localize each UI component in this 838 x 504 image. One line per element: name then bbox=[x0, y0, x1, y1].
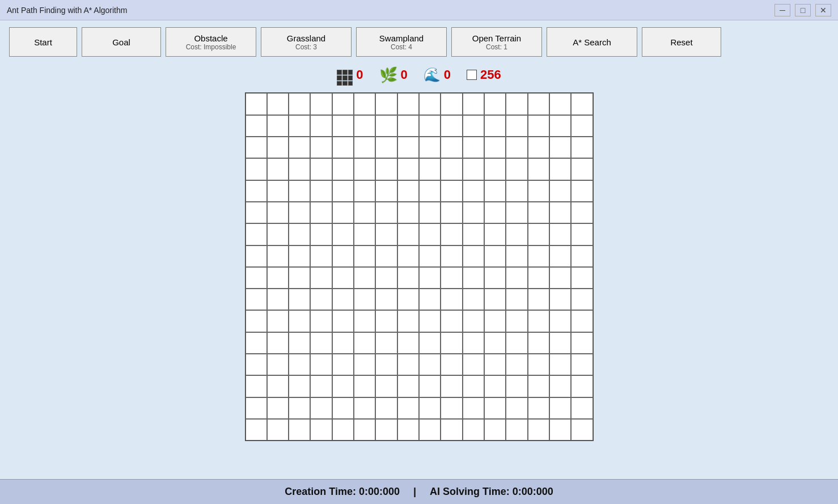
grid-cell[interactable] bbox=[310, 289, 332, 310]
grid-cell[interactable] bbox=[506, 397, 527, 419]
grid-cell[interactable] bbox=[289, 115, 310, 137]
grid-cell[interactable] bbox=[506, 137, 527, 158]
grid-cell[interactable] bbox=[419, 397, 441, 419]
grid-cell[interactable] bbox=[375, 202, 397, 223]
grid-cell[interactable] bbox=[246, 245, 267, 267]
grid-cell[interactable] bbox=[528, 137, 549, 158]
grid-cell[interactable] bbox=[310, 267, 332, 289]
grid-cell[interactable] bbox=[310, 93, 332, 115]
grid-cell[interactable] bbox=[528, 419, 549, 441]
grid-cell[interactable] bbox=[267, 202, 289, 223]
grid-cell[interactable] bbox=[441, 180, 462, 202]
grid-cell[interactable] bbox=[397, 115, 419, 137]
open-terrain-button[interactable]: Open Terrain Cost: 1 bbox=[451, 27, 542, 57]
grid-cell[interactable] bbox=[463, 245, 484, 267]
grid-cell[interactable] bbox=[549, 158, 571, 180]
grid-cell[interactable] bbox=[419, 289, 441, 310]
grid-cell[interactable] bbox=[246, 267, 267, 289]
grid-cell[interactable] bbox=[375, 223, 397, 245]
grid-cell[interactable] bbox=[332, 332, 354, 354]
grid-cell[interactable] bbox=[310, 419, 332, 441]
grid-cell[interactable] bbox=[549, 375, 571, 397]
grid-cell[interactable] bbox=[267, 223, 289, 245]
grid-cell[interactable] bbox=[332, 267, 354, 289]
grid-cell[interactable] bbox=[332, 245, 354, 267]
grid-cell[interactable] bbox=[246, 223, 267, 245]
grid-cell[interactable] bbox=[246, 289, 267, 310]
grid-cell[interactable] bbox=[463, 137, 484, 158]
grid-cell[interactable] bbox=[528, 158, 549, 180]
grid-cell[interactable] bbox=[354, 354, 375, 375]
grid-cell[interactable] bbox=[506, 115, 527, 137]
grid-cell[interactable] bbox=[289, 137, 310, 158]
grid-cell[interactable] bbox=[332, 419, 354, 441]
grid-cell[interactable] bbox=[484, 202, 506, 223]
grid-cell[interactable] bbox=[375, 332, 397, 354]
grid-cell[interactable] bbox=[528, 375, 549, 397]
grid-cell[interactable] bbox=[246, 332, 267, 354]
grid-cell[interactable] bbox=[549, 223, 571, 245]
grid-cell[interactable] bbox=[246, 419, 267, 441]
grid-cell[interactable] bbox=[267, 93, 289, 115]
grid-cell[interactable] bbox=[419, 158, 441, 180]
grid-cell[interactable] bbox=[354, 137, 375, 158]
grid-cell[interactable] bbox=[484, 180, 506, 202]
grid-cell[interactable] bbox=[441, 158, 462, 180]
grid-cell[interactable] bbox=[397, 397, 419, 419]
grid-cell[interactable] bbox=[310, 375, 332, 397]
grid-cell[interactable] bbox=[354, 419, 375, 441]
grid-cell[interactable] bbox=[267, 245, 289, 267]
grid-cell[interactable] bbox=[354, 332, 375, 354]
grid-cell[interactable] bbox=[246, 158, 267, 180]
grid-cell[interactable] bbox=[419, 137, 441, 158]
grid-cell[interactable] bbox=[267, 267, 289, 289]
grid-cell[interactable] bbox=[419, 115, 441, 137]
grid-cell[interactable] bbox=[419, 310, 441, 332]
grid-cell[interactable] bbox=[549, 245, 571, 267]
grid-cell[interactable] bbox=[354, 375, 375, 397]
grid-cell[interactable] bbox=[267, 375, 289, 397]
grid-cell[interactable] bbox=[267, 332, 289, 354]
grid-cell[interactable] bbox=[310, 202, 332, 223]
grid-cell[interactable] bbox=[549, 202, 571, 223]
grid-cell[interactable] bbox=[419, 267, 441, 289]
grid-cell[interactable] bbox=[463, 310, 484, 332]
grid-cell[interactable] bbox=[246, 375, 267, 397]
grid-cell[interactable] bbox=[419, 354, 441, 375]
grid-cell[interactable] bbox=[528, 180, 549, 202]
grid-cell[interactable] bbox=[484, 115, 506, 137]
grid-cell[interactable] bbox=[506, 93, 527, 115]
grid-cell[interactable] bbox=[484, 332, 506, 354]
grid-cell[interactable] bbox=[528, 397, 549, 419]
grid-cell[interactable] bbox=[463, 93, 484, 115]
grid-cell[interactable] bbox=[571, 202, 592, 223]
grid-cell[interactable] bbox=[375, 310, 397, 332]
grid-cell[interactable] bbox=[310, 245, 332, 267]
grid-cell[interactable] bbox=[463, 332, 484, 354]
grid-cell[interactable] bbox=[310, 158, 332, 180]
grid-cell[interactable] bbox=[267, 289, 289, 310]
grid-cell[interactable] bbox=[549, 397, 571, 419]
grid-cell[interactable] bbox=[441, 397, 462, 419]
grid-cell[interactable] bbox=[375, 267, 397, 289]
grid-cell[interactable] bbox=[397, 180, 419, 202]
grid-cell[interactable] bbox=[549, 115, 571, 137]
grid-cell[interactable] bbox=[246, 354, 267, 375]
grid-cell[interactable] bbox=[571, 180, 592, 202]
grid-cell[interactable] bbox=[484, 93, 506, 115]
grid-cell[interactable] bbox=[463, 397, 484, 419]
grid-cell[interactable] bbox=[506, 419, 527, 441]
grassland-button[interactable]: Grassland Cost: 3 bbox=[261, 27, 352, 57]
grid-cell[interactable] bbox=[289, 245, 310, 267]
grid-cell[interactable] bbox=[484, 137, 506, 158]
grid-cell[interactable] bbox=[419, 93, 441, 115]
grid-cell[interactable] bbox=[506, 310, 527, 332]
grid-cell[interactable] bbox=[463, 289, 484, 310]
grid-cell[interactable] bbox=[571, 223, 592, 245]
grid-cell[interactable] bbox=[571, 419, 592, 441]
grid-cell[interactable] bbox=[375, 115, 397, 137]
grid-cell[interactable] bbox=[571, 93, 592, 115]
grid-cell[interactable] bbox=[397, 137, 419, 158]
maximize-button[interactable]: □ bbox=[795, 4, 811, 16]
grid-cell[interactable] bbox=[332, 310, 354, 332]
